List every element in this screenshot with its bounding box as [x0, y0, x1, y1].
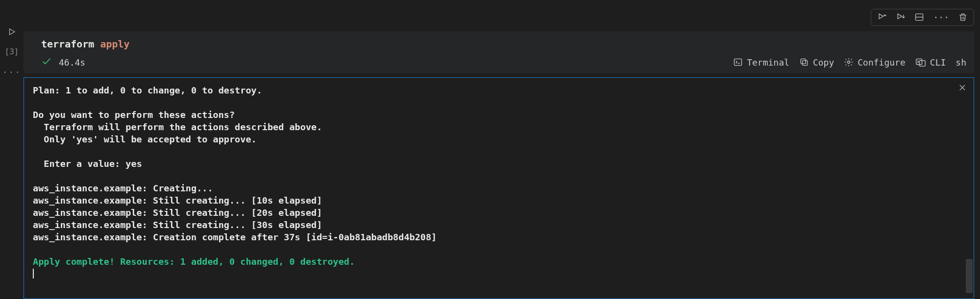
enter-value-label: Enter a value:: [33, 159, 120, 169]
scrollbar-thumb[interactable]: [966, 259, 973, 293]
execution-duration: 46.4s: [59, 57, 85, 68]
configure-button[interactable]: Configure: [844, 57, 906, 68]
status-row: 46.4s Terminal Copy: [41, 52, 966, 73]
svg-point-9: [848, 61, 850, 64]
progress-line: aws_instance.example: Creating...: [33, 183, 213, 193]
success-check-icon: [41, 56, 52, 69]
run-below-icon[interactable]: [896, 12, 906, 22]
progress-line: aws_instance.example: Creation complete …: [33, 232, 437, 242]
command-subcommand: apply: [100, 38, 129, 50]
svg-marker-0: [10, 29, 15, 35]
cursor: [33, 269, 34, 278]
confirm-line-1: Terraform will perform the actions descr…: [33, 122, 322, 132]
enter-value: yes: [120, 159, 142, 169]
plan-label: Plan:: [33, 85, 60, 95]
svg-rect-8: [801, 59, 806, 64]
code-line: terraform apply: [41, 36, 966, 52]
terminal-icon: [733, 57, 743, 67]
confirm-line-2: Only 'yes' will be accepted to approve.: [33, 134, 257, 144]
run-cell-icon[interactable]: [7, 27, 16, 36]
cli-icon: [915, 57, 926, 67]
cli-label: CLI: [930, 57, 946, 68]
svg-marker-1: [880, 14, 883, 19]
shell-label: sh: [956, 57, 966, 68]
svg-rect-5: [735, 59, 742, 65]
close-output-icon[interactable]: [958, 83, 967, 94]
copy-icon: [799, 57, 809, 67]
cell-more-icon[interactable]: ···: [2, 67, 22, 77]
svg-rect-11: [919, 61, 925, 67]
apply-complete: Apply complete! Resources: 1 added, 0 ch…: [33, 256, 355, 267]
more-actions-icon[interactable]: ···: [933, 12, 949, 23]
open-terminal-button[interactable]: Terminal: [733, 57, 789, 68]
copy-button[interactable]: Copy: [799, 57, 834, 68]
confirm-question: Do you want to perform these actions?: [33, 110, 235, 120]
terminal-output[interactable]: Plan: 1 to add, 0 to change, 0 to destro…: [24, 78, 974, 286]
cli-button[interactable]: CLI: [915, 57, 946, 68]
output-panel: Plan: 1 to add, 0 to change, 0 to destro…: [24, 77, 974, 299]
plan-summary: 1 to add, 0 to change, 0 to destroy.: [60, 85, 262, 95]
cell-toolbar-box: ···: [871, 9, 974, 26]
progress-line: aws_instance.example: Still creating... …: [33, 207, 322, 218]
execution-count: [3]: [5, 47, 19, 56]
progress-line: aws_instance.example: Still creating... …: [33, 195, 322, 206]
run-above-icon[interactable]: [877, 12, 887, 22]
copy-label: Copy: [813, 57, 834, 68]
gear-icon: [844, 57, 854, 67]
cell-gutter: [3] ···: [0, 0, 24, 299]
cell-toolbar: ···: [24, 0, 974, 29]
configure-label: Configure: [858, 57, 906, 68]
terminal-label: Terminal: [747, 57, 789, 68]
progress-line: aws_instance.example: Still creating... …: [33, 220, 322, 230]
split-cell-icon[interactable]: [914, 12, 924, 22]
shell-indicator[interactable]: sh: [956, 57, 966, 68]
delete-cell-icon[interactable]: [958, 12, 968, 22]
svg-marker-2: [898, 14, 902, 19]
output-actions: Terminal Copy Configure: [733, 57, 966, 68]
command-base: terraform: [41, 38, 100, 50]
svg-rect-7: [803, 61, 808, 66]
code-cell[interactable]: terraform apply 46.4s Terminal: [24, 31, 974, 73]
